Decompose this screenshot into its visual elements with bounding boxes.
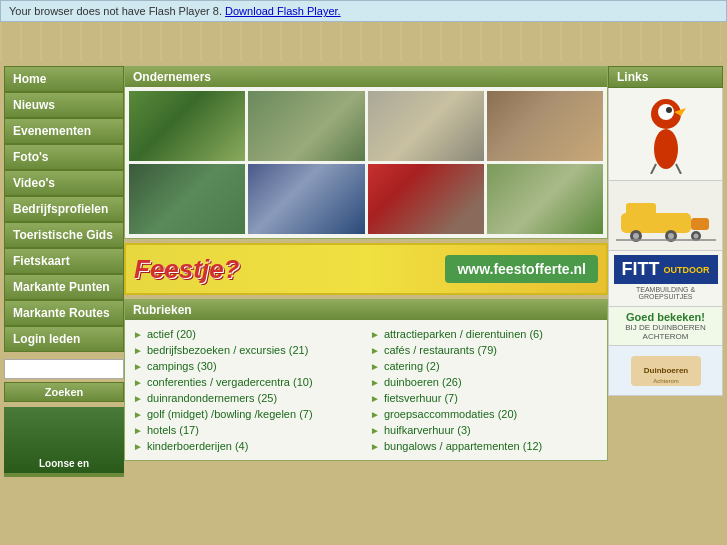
arrow-icon: ► <box>133 409 143 420</box>
rubrieken-link[interactable]: fietsverhuur (7) <box>384 392 458 404</box>
ondernemer-thumb-2[interactable] <box>248 91 364 161</box>
banner-feestje-text: Feestje? <box>134 254 240 285</box>
rubrieken-link[interactable]: duinboeren (26) <box>384 376 462 388</box>
fitt-logo-text: FITT <box>622 259 660 280</box>
rubrieken-link[interactable]: conferenties / vergadercentra (10) <box>147 376 313 388</box>
svg-point-1 <box>654 129 678 169</box>
arrow-icon: ► <box>133 393 143 404</box>
rubrieken-item: ►huifkarverhuur (3) <box>370 422 599 438</box>
sidebar-item-nieuws[interactable]: Nieuws <box>4 92 124 118</box>
svg-point-12 <box>668 233 674 239</box>
rubrieken-link[interactable]: bedrijfsbezoeken / excursies (21) <box>147 344 308 356</box>
rubrieken-link[interactable]: golf (midget) /bowling /kegelen (7) <box>147 408 313 420</box>
ondernemer-thumb-8[interactable] <box>487 164 603 234</box>
rubrieken-link[interactable]: cafés / restaurants (79) <box>384 344 497 356</box>
sidebar-bottom-label: Loonse en <box>39 458 89 469</box>
svg-text:Achterom: Achterom <box>653 378 679 384</box>
flash-warning-bar: Your browser does not have Flash Player … <box>0 0 727 22</box>
rubrieken-content: ►actief (20)►bedrijfsbezoeken / excursie… <box>125 320 607 460</box>
fitt-sub-text: TEAMBUILDING & GROEPSUITJES <box>613 284 718 302</box>
rubrieken-item: ►bedrijfsbezoeken / excursies (21) <box>133 342 362 358</box>
sidebar-item-login-leden[interactable]: Login leden <box>4 326 124 352</box>
ondernemers-grid <box>125 87 607 238</box>
svg-line-5 <box>651 164 656 174</box>
duin-banner[interactable]: Duinboeren Achterom <box>608 346 723 396</box>
arrow-icon: ► <box>370 441 380 452</box>
feestje-banner[interactable]: Feestje? www.feestofferte.nl <box>124 243 608 295</box>
ondernemer-thumb-3[interactable] <box>368 91 484 161</box>
rubrieken-link[interactable]: bungalows / appartementen (12) <box>384 440 542 452</box>
rubrieken-link[interactable]: catering (2) <box>384 360 440 372</box>
rubrieken-right-column: ►attractieparken / dierentuinen (6)►café… <box>370 326 599 454</box>
goed-label: Goed bekeken! <box>626 311 705 323</box>
sidebar-item-markante-routes[interactable]: Markante Routes <box>4 300 124 326</box>
woodpecker-banner[interactable] <box>608 88 723 181</box>
arrow-icon: ► <box>370 345 380 356</box>
svg-rect-13 <box>691 218 709 230</box>
ondernemer-thumb-5[interactable] <box>129 164 245 234</box>
rubrieken-link[interactable]: groepsaccommodaties (20) <box>384 408 517 420</box>
sidebar-item-home[interactable]: Home <box>4 66 124 92</box>
arrow-icon: ► <box>370 393 380 404</box>
arrow-icon: ► <box>133 441 143 452</box>
ondernemer-thumb-4[interactable] <box>487 91 603 161</box>
arrow-icon: ► <box>133 425 143 436</box>
svg-point-15 <box>693 234 698 239</box>
svg-point-2 <box>658 104 674 120</box>
rubrieken-item: ►duinboeren (26) <box>370 374 599 390</box>
rubrieken-link[interactable]: duinrandondernemers (25) <box>147 392 277 404</box>
arrow-icon: ► <box>370 425 380 436</box>
rubrieken-header: Rubrieken <box>125 300 607 320</box>
rubrieken-link[interactable]: attractieparken / dierentuinen (6) <box>384 328 543 340</box>
svg-rect-7 <box>621 213 691 233</box>
search-input[interactable] <box>4 359 124 379</box>
rubrieken-link[interactable]: huifkarverhuur (3) <box>384 424 471 436</box>
rubrieken-item: ►fietsverhuur (7) <box>370 390 599 406</box>
flash-warning-text: Your browser does not have Flash Player … <box>9 5 222 17</box>
svg-point-3 <box>666 107 672 113</box>
sidebar-item-evenementen[interactable]: Evenementen <box>4 118 124 144</box>
main-layout: HomeNieuwsEvenementenFoto'sVideo'sBedrij… <box>0 62 727 481</box>
rubrieken-item: ►catering (2) <box>370 358 599 374</box>
train-banner[interactable] <box>608 181 723 251</box>
flash-download-link[interactable]: Download Flash Player. <box>225 5 341 17</box>
sidebar-item-fotos[interactable]: Foto's <box>4 144 124 170</box>
sidebar-item-bedrijfsprofielen[interactable]: Bedrijfsprofielen <box>4 196 124 222</box>
rubrieken-item: ►campings (30) <box>133 358 362 374</box>
sidebar-item-videos[interactable]: Video's <box>4 170 124 196</box>
sidebar-bottom-image: Loonse en <box>4 407 124 477</box>
rubrieken-item: ►golf (midget) /bowling /kegelen (7) <box>133 406 362 422</box>
goed-sub-text: BIJ DE DUINBOEREN ACHTEROM <box>613 323 718 341</box>
rubrieken-item: ►conferenties / vergadercentra (10) <box>133 374 362 390</box>
arrow-icon: ► <box>133 377 143 388</box>
fitt-banner[interactable]: FITT OUTDOOR TEAMBUILDING & GROEPSUITJES <box>608 251 723 307</box>
rubrieken-item: ►groepsaccommodaties (20) <box>370 406 599 422</box>
sidebar: HomeNieuwsEvenementenFoto'sVideo'sBedrij… <box>4 66 124 477</box>
sidebar-search-section: Zoeken <box>4 359 124 402</box>
rubrieken-item: ►actief (20) <box>133 326 362 342</box>
arrow-icon: ► <box>370 329 380 340</box>
svg-line-6 <box>676 164 681 174</box>
svg-text:Duinboeren: Duinboeren <box>643 366 688 375</box>
banner-url-text: www.feestofferte.nl <box>445 255 598 283</box>
goed-bekeken-banner[interactable]: Goed bekeken! BIJ DE DUINBOEREN ACHTEROM <box>608 307 723 346</box>
links-header: Links <box>608 66 723 88</box>
ondernemer-thumb-7[interactable] <box>368 164 484 234</box>
rubrieken-link[interactable]: campings (30) <box>147 360 217 372</box>
center-content: Ondernemers Feestje? www.feestofferte.nl… <box>124 66 608 477</box>
rubrieken-link[interactable]: actief (20) <box>147 328 196 340</box>
search-button[interactable]: Zoeken <box>4 382 124 402</box>
right-sidebar: Links <box>608 66 723 477</box>
rubrieken-item: ►kinderboerderijen (4) <box>133 438 362 454</box>
nav-items-container: HomeNieuwsEvenementenFoto'sVideo'sBedrij… <box>4 66 124 352</box>
ondernemer-thumb-6[interactable] <box>248 164 364 234</box>
top-decorative-area <box>0 22 727 62</box>
sidebar-item-markante-punten[interactable]: Markante Punten <box>4 274 124 300</box>
svg-point-10 <box>633 233 639 239</box>
ondernemer-thumb-1[interactable] <box>129 91 245 161</box>
sidebar-item-toeristische-gids[interactable]: Toeristische Gids <box>4 222 124 248</box>
arrow-icon: ► <box>133 361 143 372</box>
rubrieken-link[interactable]: kinderboerderijen (4) <box>147 440 249 452</box>
rubrieken-link[interactable]: hotels (17) <box>147 424 199 436</box>
sidebar-item-fietskaart[interactable]: Fietskaart <box>4 248 124 274</box>
